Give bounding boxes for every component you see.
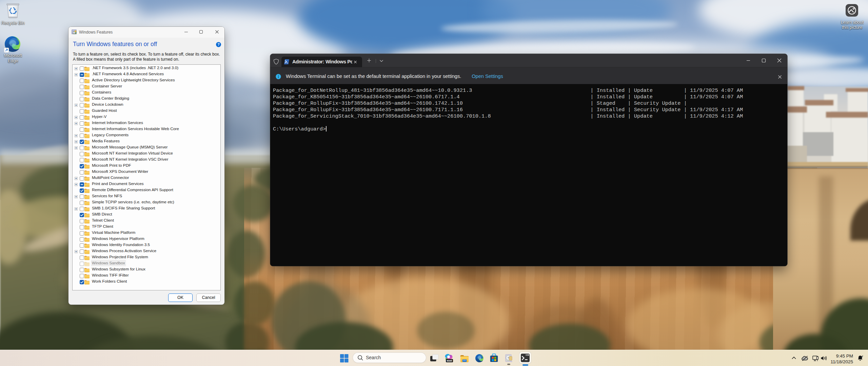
svg-text:M365: M365 <box>447 360 452 362</box>
svg-text:z: z <box>862 355 863 357</box>
